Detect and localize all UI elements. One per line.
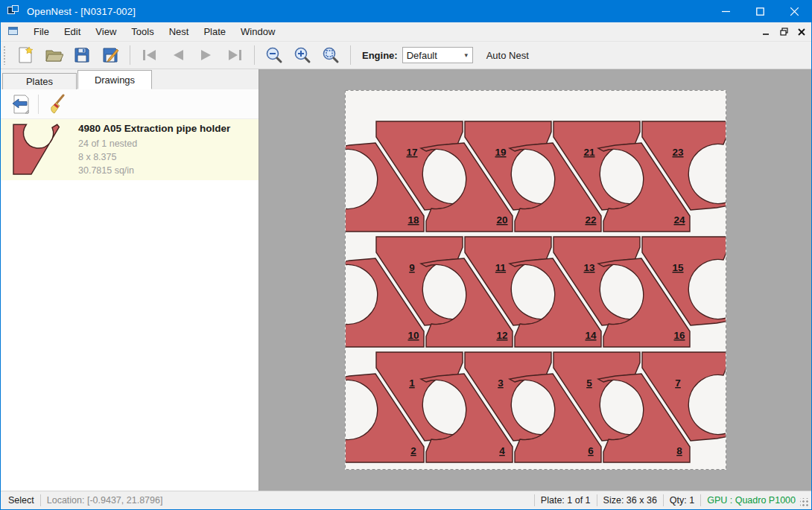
part-number: 10 [407,330,419,341]
chevron-down-icon: ▾ [460,48,472,63]
part-title: 4980 A05 Extraction pipe holder [78,123,230,134]
part-number: 20 [496,214,507,226]
menu-plate[interactable]: Plate [196,22,233,42]
next-plate-icon [197,46,215,64]
open-folder-icon [45,46,63,64]
menu-edit[interactable]: Edit [57,22,88,42]
menu-tools[interactable]: Tools [124,22,161,42]
drawings-panel: Plates Drawings [1,69,259,491]
status-size: Size: 36 x 36 [603,495,657,506]
next-plate-button[interactable] [195,44,218,66]
part-number: 7 [675,377,681,389]
close-button[interactable] [777,0,811,22]
part-number: 8 [676,445,682,456]
part-number: 19 [495,147,506,158]
main-toolbar: Engine: Default ▾ Auto Nest [1,42,811,69]
toolbar-grip[interactable] [3,45,7,65]
app-icon [7,5,21,17]
toolbar-separator [254,45,255,65]
status-separator [40,494,41,506]
nest-canvas[interactable]: 171819202122232491011121314151612345678 [259,69,811,491]
plate[interactable]: 171819202122232491011121314151612345678 [345,90,726,470]
zoom-in-icon [294,46,311,64]
tab-plates[interactable]: Plates [2,73,77,89]
minimize-icon [722,7,730,16]
part-number: 13 [583,262,595,273]
status-location: Location: [-0.9437, 21.8796] [47,495,163,506]
last-plate-icon [226,46,244,64]
last-plate-button[interactable] [223,44,246,66]
save-edit-icon [101,46,119,64]
part-number: 9 [409,262,415,273]
part-number: 23 [672,147,684,158]
auto-nest-button[interactable]: Auto Nest [482,48,533,63]
status-qty: Qty: 1 [670,495,694,506]
menu-file[interactable]: File [26,22,57,42]
maximize-button[interactable] [743,0,777,22]
status-separator [663,494,664,506]
part-number: 15 [672,262,684,273]
mdi-minimize-icon [762,28,770,36]
previous-plate-icon [169,46,187,64]
zoom-out-button[interactable] [263,44,285,66]
open-button[interactable] [42,44,65,66]
drawing-list-empty-area[interactable] [1,180,258,491]
status-separator [534,494,535,506]
status-mode: Select [8,495,34,506]
part-number: 12 [496,330,507,341]
panel-toolbar [1,89,258,119]
part-number: 16 [673,330,685,341]
window-title: OpenNest - [N0317-002] [27,6,136,17]
part-number: 11 [495,262,507,273]
close-icon [790,7,799,16]
resize-grip[interactable] [800,498,809,507]
part-size: 8 x 8.375 [78,150,230,164]
minimize-button[interactable] [708,0,743,22]
title-bar: OpenNest - [N0317-002] [1,0,811,22]
menu-view[interactable]: View [88,22,124,42]
zoom-in-button[interactable] [291,44,314,66]
engine-value: Default [403,50,460,61]
engine-label: Engine: [362,50,398,61]
first-plate-button[interactable] [139,44,161,66]
plate-svg: 171819202122232491011121314151612345678 [345,90,726,470]
drawing-list-item[interactable]: 4980 A05 Extraction pipe holder 24 of 1 … [1,119,258,180]
mdi-close-button[interactable] [793,25,810,39]
part-number: 1 [409,377,415,389]
clean-button[interactable] [43,92,69,116]
menu-nest[interactable]: Nest [162,22,197,42]
previous-plate-button[interactable] [167,44,189,66]
part-shape-icon [7,124,68,176]
toolbar-separator [130,45,130,65]
save-icon [73,46,91,64]
menu-bar: File Edit View Tools Nest Plate Window [1,22,811,42]
tab-drawings[interactable]: Drawings [77,70,152,89]
save-button[interactable] [71,44,93,66]
part-number: 14 [585,330,597,341]
part-nested-count: 24 of 1 nested [78,137,230,150]
mdi-document-icon[interactable] [8,27,19,36]
part-number: 22 [585,214,596,226]
status-plate: Plate: 1 of 1 [541,495,591,506]
mdi-minimize-button[interactable] [758,25,774,39]
new-button[interactable] [14,44,37,66]
part-number: 17 [406,147,417,158]
broom-icon [45,94,66,115]
status-separator [597,494,597,506]
status-bar: Select Location: [-0.9437, 21.8796] Plat… [1,491,811,509]
part-number: 18 [407,214,419,226]
part-number: 6 [588,445,594,456]
mdi-restore-icon [780,28,788,36]
first-plate-icon [141,46,159,64]
part-number: 24 [673,214,685,226]
part-number: 4 [499,445,505,456]
save-edit-button[interactable] [99,44,121,66]
engine-select[interactable]: Default ▾ [402,47,473,63]
app-window: OpenNest - [N0317-002] File Edit View To… [0,0,812,510]
mdi-restore-button[interactable] [775,25,792,39]
zoom-fit-button[interactable] [320,44,342,66]
import-drawing-button[interactable] [8,92,34,116]
menu-window[interactable]: Window [233,22,282,42]
part-number: 5 [586,377,592,389]
new-document-icon [16,46,34,64]
